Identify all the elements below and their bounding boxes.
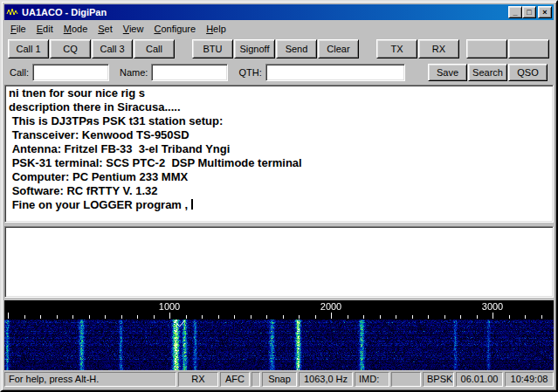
statusbar-date: 06.01.00 — [456, 372, 503, 387]
title-bar[interactable]: UA1ACO - DigiPan _ □ × — [4, 4, 554, 20]
tx-text-area[interactable] — [4, 226, 554, 298]
window-controls: _ □ × — [508, 6, 552, 18]
waterfall-canvas[interactable] — [4, 300, 554, 370]
clear-button[interactable]: Clear — [318, 39, 359, 58]
blank-button-1[interactable] — [466, 39, 507, 58]
app-icon — [6, 6, 18, 18]
window-title: UA1ACO - DigiPan — [22, 7, 508, 17]
call-input[interactable] — [32, 64, 109, 81]
qth-label: QTH: — [238, 67, 261, 78]
statusbar-spacer — [251, 372, 260, 387]
status-bar: For help, press Alt-H. RX AFC Snap 1063,… — [4, 372, 554, 388]
statusbar-time: 10:49:08 — [505, 372, 554, 387]
menu-configure[interactable]: Configure — [148, 22, 201, 36]
rx-text: ni tnen for sour nice rig s description … — [9, 86, 302, 211]
rx-text-area[interactable]: ni tnen for sour nice rig s description … — [4, 85, 554, 223]
name-input[interactable] — [151, 64, 228, 81]
statusbar-frequency: 1063,0 Hz — [299, 372, 353, 387]
statusbar-help: For help, press Alt-H. — [4, 372, 176, 387]
blank-button-2[interactable] — [508, 39, 549, 58]
call3-button[interactable]: Call 3 — [92, 39, 133, 58]
statusbar-imd: IMD: — [355, 372, 389, 387]
btu-button[interactable]: BTU — [192, 39, 233, 58]
statusbar-imd-value — [391, 372, 421, 387]
qso-bar: Call: Name: QTH: Save Search QSO — [4, 60, 554, 84]
save-button[interactable]: Save — [428, 64, 467, 81]
tx-button[interactable]: TX — [376, 39, 417, 58]
waterfall-panel — [4, 300, 554, 370]
maximize-button[interactable]: □ — [522, 6, 536, 18]
cq-button[interactable]: CQ — [50, 39, 91, 58]
menu-set[interactable]: Set — [93, 22, 118, 36]
call1-button[interactable]: Call 1 — [8, 39, 49, 58]
rx-button[interactable]: RX — [418, 39, 459, 58]
menu-file[interactable]: File — [5, 22, 31, 36]
text-caret — [191, 199, 193, 210]
menu-bar: File Edit Mode Set View Configure Help — [4, 20, 554, 37]
statusbar-rx[interactable]: RX — [178, 372, 218, 387]
menu-view[interactable]: View — [118, 22, 149, 36]
call-label: Call: — [10, 67, 29, 78]
close-button[interactable]: × — [538, 6, 552, 18]
statusbar-afc[interactable]: AFC — [220, 372, 250, 387]
toolbar: Call 1 CQ Call 3 Call BTU Signoff Send C… — [4, 37, 554, 60]
call-button[interactable]: Call — [134, 39, 175, 58]
name-label: Name: — [120, 67, 148, 78]
qso-button[interactable]: QSO — [508, 64, 548, 81]
menu-help[interactable]: Help — [201, 22, 231, 36]
digipan-window: UA1ACO - DigiPan _ □ × File Edit Mode Se… — [0, 0, 558, 392]
statusbar-mode: BPSK — [423, 372, 454, 387]
minimize-button[interactable]: _ — [508, 6, 522, 18]
menu-mode[interactable]: Mode — [59, 22, 93, 36]
statusbar-snap[interactable]: Snap — [262, 372, 297, 387]
signoff-button[interactable]: Signoff — [234, 39, 275, 58]
search-button[interactable]: Search — [468, 64, 507, 81]
menu-edit[interactable]: Edit — [31, 22, 59, 36]
qth-input[interactable] — [265, 64, 405, 81]
send-button[interactable]: Send — [276, 39, 317, 58]
